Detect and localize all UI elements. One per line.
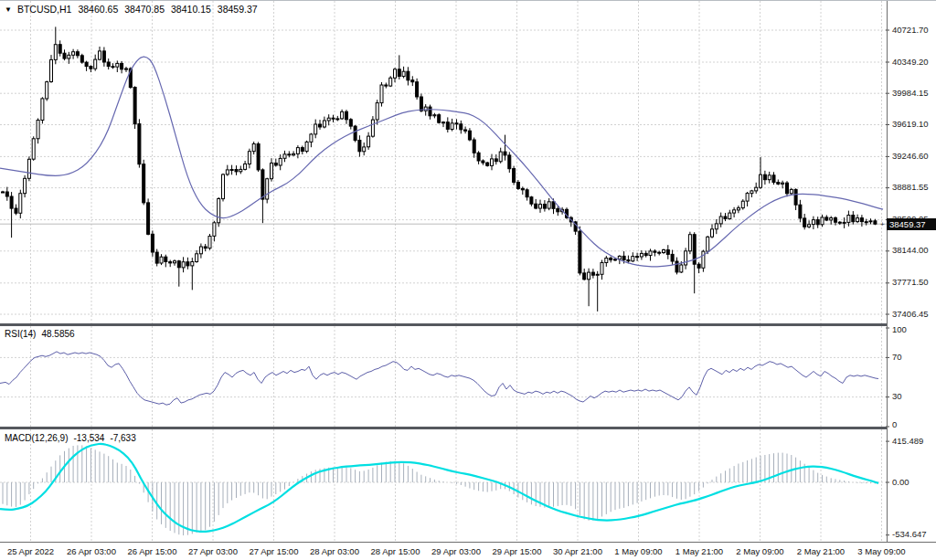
price-axis-labels: 40721.7040349.2039984.1539619.1039246.60… bbox=[886, 25, 929, 319]
time-axis-label: 28 Apr 15:00 bbox=[371, 546, 420, 556]
rsi-gridlines bbox=[0, 326, 887, 427]
rsi-value: 48.5856 bbox=[41, 329, 74, 339]
rsi-indicator-label: RSI(14) 48.5856 bbox=[5, 329, 75, 339]
svg-text:70: 70 bbox=[892, 352, 902, 362]
macd-axis-labels: 415.4890.00-534.647 bbox=[886, 436, 927, 540]
time-axis-label: 29 Apr 15:00 bbox=[493, 546, 542, 556]
svg-text:-534.647: -534.647 bbox=[892, 529, 927, 539]
time-axis-label: 26 Apr 15:00 bbox=[128, 546, 177, 556]
time-axis-label: 30 Apr 21:00 bbox=[553, 546, 602, 556]
macd-signal-line bbox=[0, 444, 878, 532]
svg-text:37771.50: 37771.50 bbox=[892, 277, 929, 287]
macd-histogram bbox=[3, 445, 875, 535]
time-axis-label: 2 May 21:00 bbox=[797, 546, 845, 556]
symbol-timeframe: BTCUSD,H1 bbox=[17, 4, 72, 15]
main-gridlines bbox=[0, 1, 887, 323]
ma-line bbox=[0, 57, 883, 267]
time-axis-label: 29 Apr 03:00 bbox=[431, 546, 481, 556]
svg-text:0.00: 0.00 bbox=[892, 477, 909, 487]
time-axis-label: 25 Apr 2022 bbox=[7, 546, 54, 556]
time-axis-label: 3 May 09:00 bbox=[857, 546, 905, 556]
svg-text:100: 100 bbox=[892, 324, 907, 334]
macd-gridlines bbox=[0, 429, 887, 543]
time-axis-label: 27 Apr 15:00 bbox=[250, 546, 299, 556]
rsi-name: RSI(14) bbox=[5, 329, 36, 339]
panel-divider[interactable] bbox=[0, 323, 887, 326]
candles-layer bbox=[2, 26, 877, 312]
panel-divider[interactable] bbox=[0, 427, 887, 429]
svg-text:0: 0 bbox=[892, 419, 897, 429]
ohlc-readout: ▼ BTCUSD,H1 38460.65 38470.85 38410.15 3… bbox=[5, 4, 258, 15]
svg-text:37406.45: 37406.45 bbox=[892, 309, 929, 319]
svg-text:39619.10: 39619.10 bbox=[892, 119, 929, 129]
svg-text:30: 30 bbox=[892, 391, 902, 401]
macd-panel-chart[interactable]: 415.4890.00-534.647 bbox=[0, 429, 936, 543]
time-axis-label: 27 Apr 03:00 bbox=[188, 546, 238, 556]
time-axis-label: 2 May 09:00 bbox=[736, 546, 783, 556]
svg-text:39984.15: 39984.15 bbox=[892, 88, 929, 98]
time-axis-label: 28 Apr 03:00 bbox=[310, 546, 359, 556]
macd-value-1: -13,534 bbox=[73, 433, 104, 443]
rsi-panel-chart[interactable]: 10070300 bbox=[0, 326, 936, 427]
svg-text:38144.00: 38144.00 bbox=[892, 245, 929, 255]
rsi-axis-labels: 10070300 bbox=[886, 324, 907, 429]
last-price-marker: + bbox=[880, 220, 885, 228]
ohlc-close: 38459.37 bbox=[218, 4, 258, 15]
macd-value-2: -7,633 bbox=[110, 433, 135, 443]
ohlc-open: 38460.65 bbox=[78, 4, 118, 15]
trading-chart-window: +40721.7040349.2039984.1539619.1039246.6… bbox=[0, 0, 936, 560]
macd-indicator-label: MACD(12,26,9) -13,534 -7,633 bbox=[5, 433, 136, 443]
time-axis-border bbox=[0, 542, 936, 543]
ohlc-high: 38470.85 bbox=[124, 4, 165, 15]
svg-text:39246.60: 39246.60 bbox=[892, 151, 929, 161]
collapse-ohlc-icon[interactable]: ▼ bbox=[5, 5, 12, 14]
price-axis-border bbox=[887, 1, 888, 542]
svg-text:40721.70: 40721.70 bbox=[892, 25, 929, 35]
current-price-badge: 38459.37 bbox=[887, 218, 936, 230]
time-axis-label: 1 May 21:00 bbox=[675, 546, 723, 556]
svg-text:40349.20: 40349.20 bbox=[892, 57, 929, 67]
main-price-chart[interactable]: +40721.7040349.2039984.1539619.1039246.6… bbox=[0, 1, 936, 323]
time-axis: 25 Apr 202226 Apr 03:0026 Apr 15:0027 Ap… bbox=[0, 544, 936, 560]
macd-name: MACD(12,26,9) bbox=[5, 433, 68, 443]
svg-text:38881.55: 38881.55 bbox=[892, 182, 929, 192]
svg-text:415.489: 415.489 bbox=[892, 436, 923, 446]
time-axis-label: 1 May 09:00 bbox=[614, 546, 662, 556]
time-axis-label: 26 Apr 03:00 bbox=[67, 546, 116, 556]
ohlc-low: 38410.15 bbox=[171, 4, 211, 15]
